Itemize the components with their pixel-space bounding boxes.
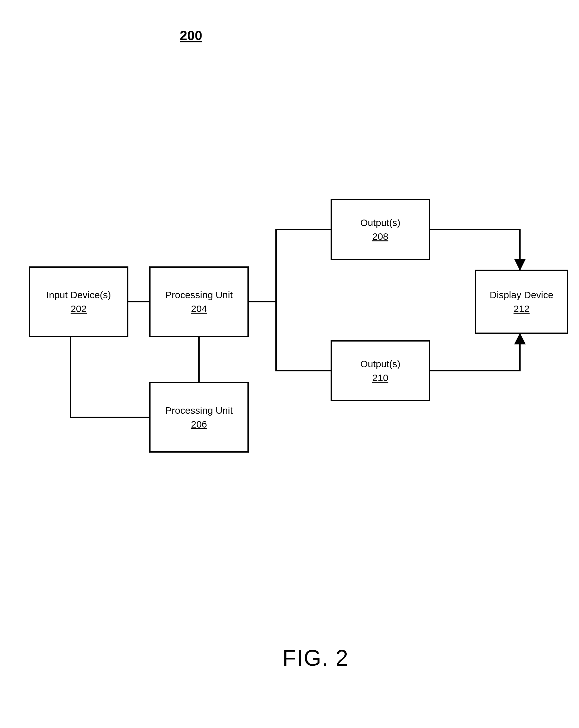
box-ref: 204	[191, 302, 207, 315]
box-label: Output(s)	[360, 358, 400, 370]
box-ref: 208	[372, 230, 388, 243]
box-label: Input Device(s)	[46, 289, 111, 301]
box-ref: 206	[191, 418, 207, 431]
box-label: Display Device	[490, 289, 553, 301]
box-outputs-1: Output(s) 208	[331, 199, 430, 260]
box-display-device: Display Device 212	[475, 270, 568, 334]
box-label: Processing Unit	[165, 289, 233, 301]
figure-caption: FIG. 2	[283, 645, 348, 671]
box-ref: 202	[71, 302, 87, 315]
figure-number: 200	[180, 28, 202, 43]
connectors	[0, 0, 579, 728]
box-processing-unit-2: Processing Unit 206	[149, 382, 249, 452]
box-outputs-2: Output(s) 210	[331, 340, 430, 401]
box-input-devices: Input Device(s) 202	[29, 266, 128, 337]
box-ref: 210	[372, 371, 388, 384]
box-label: Output(s)	[360, 216, 400, 229]
box-label: Processing Unit	[165, 404, 233, 417]
box-processing-unit-1: Processing Unit 204	[149, 266, 249, 337]
diagram-page: 200 Input Device(s) 202 Processing Unit …	[0, 0, 579, 728]
box-ref: 212	[514, 302, 530, 315]
